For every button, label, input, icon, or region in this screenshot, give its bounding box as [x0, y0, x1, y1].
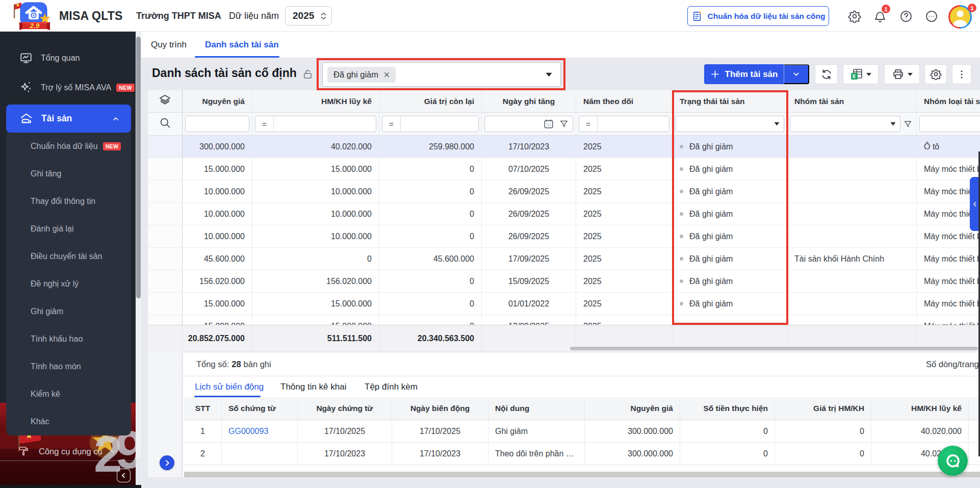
filter-input[interactable]: =	[382, 116, 479, 132]
chat-support-button[interactable]	[938, 446, 968, 476]
funnel-icon[interactable]	[559, 119, 569, 129]
detail-column-header-7[interactable]: Giá trị HM/KH	[775, 397, 871, 420]
table-row[interactable]: 300.000.00040.020.000259.980.00017/10/20…	[148, 136, 980, 158]
sidebar-subitem[interactable]: Tính khấu hao	[6, 325, 131, 353]
filter-select[interactable]	[790, 116, 900, 132]
unlock-icon[interactable]	[302, 68, 314, 83]
grid-cell-value: 2025	[583, 254, 602, 264]
detail-column-header-6[interactable]: Số tiền thực hiện	[680, 397, 775, 420]
detail-tab-tep-dinh-kem[interactable]: Tệp đính kèm	[365, 376, 418, 397]
avatar[interactable]: 1	[948, 5, 972, 29]
column-header-4[interactable]: Năm theo dõi	[576, 90, 673, 112]
tab-danh-sach-tai-san[interactable]: Danh sách tài sản	[205, 32, 279, 58]
spinner-icons[interactable]	[321, 12, 326, 20]
horizontal-scrollbar-thumb[interactable]	[570, 347, 978, 350]
filter-input[interactable]: =	[579, 116, 669, 132]
add-asset-button[interactable]: Thêm tài sản	[704, 64, 784, 84]
sidebar-subitem[interactable]: Khác	[6, 408, 131, 435]
document-link[interactable]: GG000093	[228, 427, 268, 436]
column-header-1[interactable]: HM/KH lũy kế	[252, 90, 379, 112]
table-row[interactable]: 156.020.000156.020.000015/09/20252025Đã …	[148, 270, 980, 293]
export-excel-button[interactable]	[843, 64, 879, 84]
sidebar-item-tai-san[interactable]: Tài sản	[6, 105, 131, 133]
column-header-0[interactable]: Nguyên giá	[183, 90, 252, 112]
detail-column-header-1[interactable]: Số chứng từ	[222, 397, 298, 420]
add-asset-dropdown[interactable]	[784, 64, 809, 84]
detail-tab-ke-khai[interactable]: Thông tin kê khai	[280, 376, 346, 397]
column-header-2[interactable]: Giá trị còn lại	[379, 90, 482, 112]
search-icon[interactable]	[159, 116, 172, 132]
table-row[interactable]: 10.000.00010.000.000026/09/20252025Đã gh…	[148, 225, 980, 248]
table-row[interactable]: 10.000.00010.000.000026/09/20252025Đã gh…	[148, 203, 980, 225]
sidebar-subitem[interactable]: Kiểm kê	[6, 380, 131, 408]
detail-column-header-3[interactable]: Ngày biến động	[392, 397, 488, 420]
notifications-icon[interactable]: 1	[873, 10, 887, 23]
column-header-7[interactable]: Nhóm loại tài sản	[917, 90, 980, 112]
equals-operator[interactable]: =	[255, 116, 274, 132]
column-header-6[interactable]: Nhóm tài sản	[787, 90, 917, 112]
funnel-icon[interactable]	[904, 120, 912, 129]
settings-icon[interactable]	[848, 10, 861, 23]
more-actions-button[interactable]	[952, 64, 971, 84]
detail-cell-value: 17/10/2023	[324, 449, 365, 458]
sidebar-subitem[interactable]: Ghi tăng	[6, 160, 131, 188]
filter-input[interactable]: =	[255, 116, 376, 132]
table-row[interactable]: 10.000.00010.000.000026/09/20252025Đã gh…	[148, 181, 980, 203]
grid-cell: Tài sản khối Hành Chính	[787, 248, 917, 270]
normalize-data-button[interactable]: Chuẩn hóa dữ liệu tài sản công	[687, 6, 829, 26]
table-row[interactable]: 15.000.00015.000.000012/09/20252025Đã gh…	[148, 315, 980, 325]
sidebar-subitem[interactable]: Đánh giá lại	[6, 215, 131, 243]
table-row[interactable]: 45.600.000045.600.00017/09/20252025Đã gh…	[148, 248, 980, 270]
detail-column-header-0[interactable]: STT	[184, 397, 222, 420]
equals-operator[interactable]: =	[382, 116, 401, 132]
sidebar-item-tong-quan[interactable]: Tổng quan	[0, 45, 136, 71]
filter-input[interactable]	[185, 116, 249, 132]
notification-badge: 1	[882, 5, 890, 13]
filter-date-input[interactable]	[484, 116, 573, 132]
sidebar-scrollbar[interactable]	[136, 32, 141, 459]
refresh-button[interactable]	[815, 64, 838, 84]
sidebar-subitem[interactable]: Điều chuyển tài sản	[6, 243, 131, 270]
tab-quy-trinh[interactable]: Quy trình	[151, 32, 187, 58]
sidebar-item-cong-cu-dung-cu[interactable]: Công cụ dụng cụ	[0, 440, 136, 463]
sidebar-subitem[interactable]: Tính hao mòn	[6, 353, 131, 380]
grid-cell-value: 26/09/2025	[508, 187, 549, 196]
sidebar-collapse-button[interactable]	[117, 469, 131, 482]
sidebar-subitem[interactable]: Đề nghị xử lý	[6, 270, 131, 298]
column-header-3[interactable]: Ngày ghi tăng	[482, 90, 576, 112]
equals-operator[interactable]: =	[579, 116, 598, 132]
organization-name[interactable]: Trường THPT MISA	[136, 0, 221, 32]
sidebar-item-misa-ava[interactable]: Trợ lý số MISA AVA NEW	[0, 74, 136, 101]
detail-column-header-8[interactable]: HM/KH lũy kế	[871, 397, 969, 420]
detail-header-row: STTSố chứng từNgày chứng từNgày biến độn…	[184, 397, 980, 420]
sidebar-item-label: Công cụ dụng cụ	[39, 447, 102, 456]
year-select[interactable]: 2025	[285, 6, 332, 25]
detail-column-header-4[interactable]: Nội dung	[488, 397, 585, 420]
help-icon[interactable]	[899, 10, 913, 23]
print-button[interactable]	[884, 64, 920, 84]
table-row[interactable]: 15.000.00015.000.000001/01/20222025Đã gh…	[148, 293, 980, 315]
scrollbar-thumb[interactable]	[136, 37, 141, 298]
sidebar-subitem[interactable]: Ghi giảm	[6, 298, 131, 325]
app-logo[interactable]: 2.9	[7, 1, 52, 31]
sidebar-subitem[interactable]: Chuẩn hóa dữ liệuNEW	[6, 133, 131, 160]
layers-icon[interactable]	[158, 93, 172, 109]
detail-tab-lich-su[interactable]: Lịch sử biến động	[195, 376, 264, 397]
detail-column-header-2[interactable]: Ngày chứng từ	[298, 397, 392, 420]
row-gutter	[148, 136, 183, 158]
table-row[interactable]: 15.000.00015.000.000007/10/20252025Đã gh…	[148, 158, 980, 181]
grid-cell	[787, 270, 917, 292]
sidebar-subitem[interactable]: Thay đổi thông tin	[6, 188, 131, 215]
more-menu-icon[interactable]	[925, 10, 938, 23]
grid-settings-button[interactable]	[924, 64, 947, 84]
grid-cell: 300.000.000	[183, 136, 252, 158]
detail-row[interactable]: 217/10/202317/10/2023Theo dõi trên phần …	[184, 443, 980, 465]
expand-panel-button[interactable]	[160, 455, 174, 470]
calendar-icon[interactable]	[543, 118, 554, 130]
detail-horizontal-scrollbar[interactable]	[184, 472, 980, 477]
filter-input[interactable]	[919, 116, 980, 132]
detail-cell: Ghi giảm	[488, 420, 585, 442]
detail-column-label: Số tiền thực hiện	[703, 404, 768, 413]
detail-row[interactable]: 1GG00009317/10/202517/10/2025Ghi giảm300…	[184, 420, 980, 443]
detail-column-header-5[interactable]: Nguyên giá	[585, 397, 680, 420]
